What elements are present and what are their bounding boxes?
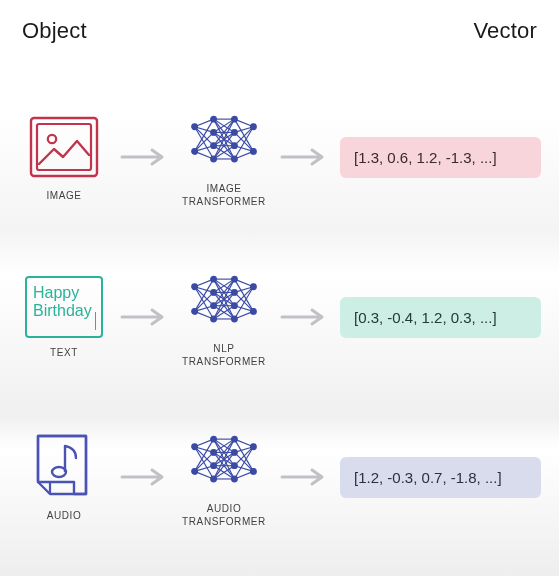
svg-point-2: [48, 134, 56, 142]
input-image-cell: IMAGE: [18, 113, 110, 202]
svg-point-138: [232, 476, 238, 482]
svg-point-83: [192, 309, 198, 315]
row-audio: AUDIO: [18, 426, 541, 528]
arrow-icon: [276, 123, 332, 191]
neural-net-icon: [187, 106, 261, 174]
transformer-text-label: NLP TRANSFORMER: [182, 342, 266, 368]
transformer-text-cell: NLP TRANSFORMER: [178, 266, 270, 368]
header-object: Object: [22, 18, 87, 44]
svg-point-129: [192, 444, 198, 450]
svg-point-47: [251, 149, 257, 155]
neural-net-icon: [187, 266, 261, 334]
arrow-icon: [116, 443, 172, 511]
svg-point-45: [232, 156, 238, 162]
svg-point-86: [211, 303, 217, 309]
input-text-label: TEXT: [50, 346, 78, 359]
neural-net-icon: [187, 426, 261, 494]
arrow-icon: [116, 123, 172, 191]
svg-point-42: [232, 116, 238, 122]
svg-point-90: [232, 303, 238, 309]
svg-rect-0: [31, 118, 97, 176]
svg-point-130: [192, 469, 198, 475]
svg-point-137: [232, 463, 238, 469]
svg-point-135: [232, 436, 238, 442]
svg-point-85: [211, 290, 217, 296]
svg-point-132: [211, 450, 217, 456]
svg-point-93: [251, 309, 257, 315]
svg-point-87: [211, 316, 217, 322]
vector-output-audio: [1.2, -0.3, 0.7, -1.8, ...]: [340, 457, 541, 498]
transformer-image-cell: IMAGE TRANSFORMER: [178, 106, 270, 208]
rows: IMAGE: [18, 106, 541, 528]
svg-point-136: [232, 450, 238, 456]
input-text-cell: Happy Birthday TEXT: [18, 276, 110, 359]
svg-point-139: [251, 444, 257, 450]
header-row: Object Vector: [18, 18, 541, 44]
svg-point-84: [211, 276, 217, 282]
svg-point-36: [192, 124, 198, 130]
diagram-page: Object Vector IMAGE: [0, 0, 559, 538]
input-audio-label: AUDIO: [47, 509, 82, 522]
svg-point-43: [232, 130, 238, 136]
arrow-icon: [116, 283, 172, 351]
svg-point-140: [251, 469, 257, 475]
svg-point-37: [192, 149, 198, 155]
header-vector: Vector: [473, 18, 537, 44]
input-image-label: IMAGE: [46, 189, 81, 202]
svg-point-40: [211, 143, 217, 149]
svg-point-89: [232, 290, 238, 296]
svg-point-92: [251, 284, 257, 290]
row-image: IMAGE: [18, 106, 541, 208]
transformer-audio-label: AUDIO TRANSFORMER: [182, 502, 266, 528]
transformer-image-label: IMAGE TRANSFORMER: [182, 182, 266, 208]
svg-point-91: [232, 316, 238, 322]
image-icon: [27, 113, 101, 181]
transformer-audio-cell: AUDIO TRANSFORMER: [178, 426, 270, 528]
svg-point-88: [232, 276, 238, 282]
arrow-icon: [276, 283, 332, 351]
svg-point-134: [211, 476, 217, 482]
vector-output-image: [1.3, 0.6, 1.2, -1.3, ...]: [340, 137, 541, 178]
input-audio-cell: AUDIO: [18, 433, 110, 522]
text-sample-content: Happy Birthday: [33, 284, 92, 321]
text-cursor-icon: [95, 312, 96, 330]
svg-point-38: [211, 116, 217, 122]
svg-point-133: [211, 463, 217, 469]
svg-point-131: [211, 436, 217, 442]
svg-point-82: [192, 284, 198, 290]
vector-output-text: [0.3, -0.4, 1.2, 0.3, ...]: [340, 297, 541, 338]
row-text: Happy Birthday TEXT: [18, 266, 541, 368]
svg-point-39: [211, 130, 217, 136]
text-sample-box: Happy Birthday: [25, 276, 103, 338]
svg-point-41: [211, 156, 217, 162]
audio-file-icon: [27, 433, 101, 501]
arrow-icon: [276, 443, 332, 511]
svg-point-46: [251, 124, 257, 130]
svg-point-44: [232, 143, 238, 149]
